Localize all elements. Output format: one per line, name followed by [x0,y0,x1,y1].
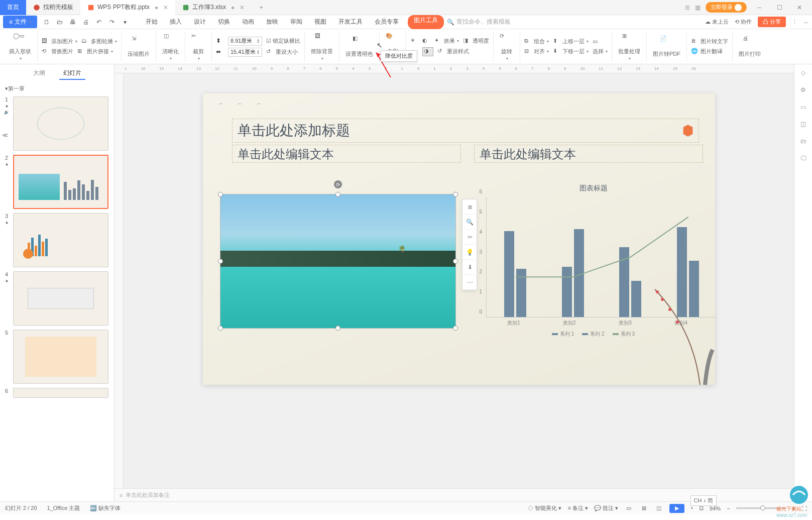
collapse-ribbon-icon[interactable]: ︿ [803,18,809,26]
slide-thumb-3[interactable] [13,213,108,267]
tab-ppt-file[interactable]: WPS PPT教程.pptx ● ✕ [80,0,175,15]
minimize-button[interactable]: ─ [752,3,767,13]
collapse-panel-button[interactable]: ≪ [2,132,9,139]
title-placeholder[interactable]: 单击此处添加标题 [232,119,699,143]
resize-handle-nw[interactable] [218,192,223,197]
slide-thumb-6[interactable] [13,388,108,398]
tab-home[interactable]: 首页 [0,0,26,15]
contrast-down-button[interactable]: ◑ [422,47,433,56]
slide-thumb-5[interactable] [13,330,108,384]
qat-undo-icon[interactable]: ↶ [94,18,103,27]
tab-picture-tools[interactable]: 图片工具 [408,15,444,29]
qat-print-icon[interactable]: 🖨 [81,18,90,27]
slide-thumb-2[interactable] [13,155,108,209]
close-button[interactable]: ✕ [792,3,807,13]
tab-close-icon[interactable]: ✕ [163,4,168,11]
maximize-button[interactable]: ☐ [772,3,787,13]
view-reading-icon[interactable]: ◫ [654,504,663,513]
dock-slides-icon[interactable]: ▭ [800,103,806,111]
rotate-handle[interactable]: ⟳ [334,180,342,188]
print-image-button[interactable]: 🖨图片打印 [737,35,763,58]
move-down-button[interactable]: ⬇下移一层▾ [553,48,589,56]
height-input[interactable]: 8.91厘米▲▼ [228,37,262,46]
crop-button[interactable]: ✂裁剪▾ [189,33,207,61]
transparency-button[interactable]: ◨透明度 [463,37,489,45]
ft-export-button[interactable]: ⬇ [462,260,478,275]
batch-button[interactable]: ⊞批量处理▾ [616,33,642,61]
resize-handle-w[interactable] [218,259,223,264]
ft-more-button[interactable]: ⋯ [462,275,478,290]
tab-indicator-icon[interactable]: ● [155,4,158,11]
section-header[interactable]: ▾ 第一章 [0,83,114,94]
insert-shape-button[interactable]: ◯▭插入形状▾ [7,33,33,61]
file-menu[interactable]: ≡ 文件▾ [3,16,37,28]
zoom-out-button[interactable]: − [727,505,730,511]
slideshow-dropdown[interactable]: ▾ [691,506,693,510]
move-up-button[interactable]: ⬆上移一层▾ [553,38,589,46]
slide-position[interactable]: 幻灯片 2 / 20 [5,504,37,512]
compress-button[interactable]: ⇲压缩图片 [126,35,152,58]
to-pdf-button[interactable]: 📄图片转PDF [651,35,682,58]
resize-handle-sw[interactable] [218,326,223,331]
qat-redo-icon[interactable]: ↷ [107,18,117,27]
beautify-button[interactable]: ◇ 智能美化 ▾ [528,504,561,512]
reset-size-button[interactable]: ↺重设大小 [266,48,298,56]
dock-help-icon[interactable]: 🖵 [800,155,806,162]
ft-layers-button[interactable]: ≣ [462,199,478,215]
align-button[interactable]: ⊟对齐▾ [524,48,549,56]
qat-new-icon[interactable]: 🗋 [42,18,51,27]
dock-settings-icon[interactable]: ⚙ [800,86,806,93]
resize-handle-se[interactable] [453,326,458,331]
grid-icon[interactable]: ▦ [695,4,701,11]
image-merge-button[interactable]: ⊞图片拼接▾ [77,48,113,56]
tab-insert[interactable]: 插入 [164,15,188,29]
login-button[interactable]: 立即登录 [706,2,747,13]
resize-handle-n[interactable] [335,192,340,197]
selected-image[interactable]: 🌴 ⟳ [220,194,456,329]
to-text-button[interactable]: 🗎图片转文字 [691,38,728,46]
select-button[interactable]: 选择▾ [593,48,608,55]
slides-tab[interactable]: 幻灯片 [59,67,85,80]
sharpen-button[interactable]: ◫清晰化▾ [160,33,181,61]
add-image-button[interactable]: 🖼添加图片▾ [42,38,77,46]
comment-button[interactable]: 💬 批注 ▾ [594,504,618,512]
more-menu-icon[interactable]: ⋮ [792,19,797,25]
slide-canvas[interactable]: ⌒ ⌒ ⌒ 单击此处添加标题 单击此处编辑文本 单击此处编辑文本 🌴 ⟳ [203,93,715,385]
share-button[interactable]: 凸 分享 [758,17,786,27]
dock-resources-icon[interactable]: 🗁 [800,138,806,145]
tab-indicator-icon[interactable]: ● [231,4,235,11]
slide-thumb-1[interactable] [13,96,108,151]
tab-review[interactable]: 审阅 [284,15,308,29]
missing-font[interactable]: 🔤 缺失字体 [90,504,121,512]
view-normal-icon[interactable]: ▭ [624,504,633,513]
tab-templates[interactable]: 找稻壳模板 [26,0,80,15]
replace-image-button[interactable]: ⟲替换图片 [42,48,73,56]
tab-design[interactable]: 设计 [188,15,212,29]
collab-button[interactable]: ⟲ 协作 [735,18,752,26]
set-transparent-button[interactable]: ◧设置透明色 [343,35,375,58]
ft-zoom-button[interactable]: 🔍 [462,215,478,230]
view-sorter-icon[interactable]: ⊞ [639,504,648,513]
qat-open-icon[interactable]: 🗁 [55,18,64,27]
lock-ratio-checkbox[interactable]: ☑锁定纵横比 [266,37,300,45]
translate-button[interactable]: 🌐图片翻译 [691,48,723,56]
cloud-status[interactable]: ☁ 未上云 [705,18,729,26]
qat-save-icon[interactable]: 🖶 [68,18,77,27]
vertical-ruler[interactable] [114,73,124,488]
qat-more-icon[interactable]: ▾ [121,18,130,27]
multi-outline-button[interactable]: 🗂多图轮播▾ [81,38,117,46]
zoom-level[interactable]: 94% [710,505,721,511]
tab-slideshow[interactable]: 放映 [260,15,284,29]
ft-crop-button[interactable]: ✂ [462,230,478,245]
tab-transition[interactable]: 切换 [212,15,236,29]
ft-idea-button[interactable]: 💡 [462,245,478,260]
effects-button[interactable]: ✦效果▾ [434,37,459,45]
apps-icon[interactable]: ⊞ [685,4,690,11]
tab-view[interactable]: 视图 [308,15,332,29]
slideshow-button[interactable]: ▶ [669,504,684,513]
text-placeholder-right[interactable]: 单击此处编辑文本 [474,145,703,163]
tab-member[interactable]: 会员专享 [369,15,405,29]
text-placeholder-left[interactable]: 单击此处编辑文本 [232,145,461,163]
tab-animation[interactable]: 动画 [236,15,260,29]
resize-handle-e[interactable] [453,259,458,264]
